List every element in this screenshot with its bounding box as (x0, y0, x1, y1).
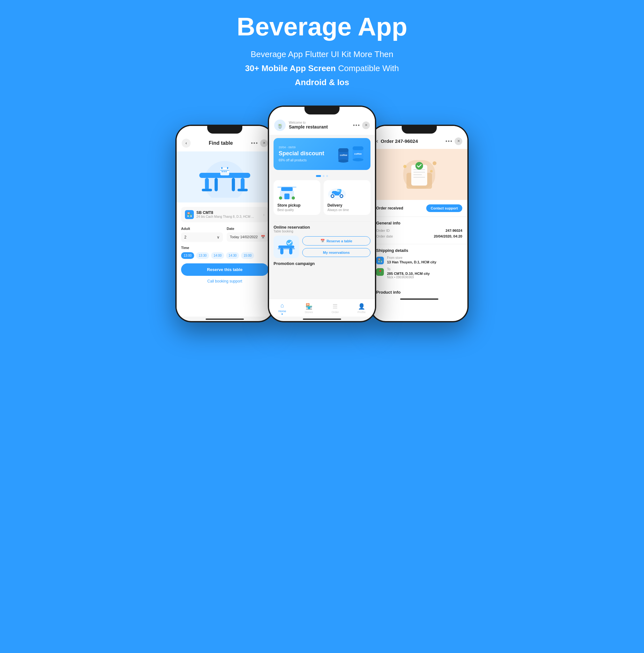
banner-title: Special discount (279, 150, 324, 157)
svg-rect-12 (222, 171, 223, 172)
notch-right (402, 125, 437, 134)
order-close-btn[interactable]: ✕ (455, 138, 462, 145)
left-phone: ‹ Find table ••• ✕ (175, 125, 274, 322)
banner-date: 20/04 - 06/09 (279, 146, 324, 149)
more-icon[interactable]: ••• (353, 122, 360, 128)
find-table-title: Find table (209, 140, 233, 146)
banner-text: 20/04 - 06/09 Special discount 69% off a… (279, 146, 324, 162)
stores-icon: 🏪 (305, 303, 313, 310)
reservation-section: Online reservation Table booking (269, 225, 375, 258)
more-options-icon[interactable]: ••• (251, 140, 258, 146)
svg-point-52 (432, 161, 437, 165)
time-slot-1430[interactable]: 14:30 (226, 252, 239, 259)
store-pickup-card[interactable]: Store pickup Best quality (274, 180, 320, 215)
svg-point-50 (403, 165, 406, 168)
order-id-label: Order ID (376, 228, 390, 233)
nav-stores-label: Stores (305, 311, 313, 314)
nav-active-dot (281, 313, 283, 315)
center-phone: 🍵 Welcome to Sample restaurant ••• ✕ 20/… (268, 105, 376, 322)
categories-grid: Store pickup Best quality (274, 180, 370, 215)
categories-section: Store pickup Best quality (269, 180, 375, 215)
nav-profile-label: Profile (357, 311, 366, 314)
header-actions: ••• ✕ (251, 139, 268, 147)
svg-rect-4 (232, 178, 235, 191)
svg-rect-37 (278, 245, 294, 248)
back-chevron-icon[interactable]: ‹ (376, 138, 378, 144)
reserve-table-button[interactable]: Reserve this table (181, 263, 268, 276)
coffee-cups-svg: coffee coffee (337, 142, 365, 166)
reservation-illustration (274, 236, 299, 258)
welcome-text: Welcome to Sample restaurant (289, 121, 353, 129)
svg-rect-5 (241, 178, 245, 190)
close-button[interactable]: ✕ (260, 139, 268, 147)
adult-select[interactable]: 2 ∨ (181, 233, 223, 242)
center-close-btn[interactable]: ✕ (362, 121, 370, 129)
notch-center (304, 105, 340, 115)
time-slot-1330[interactable]: 13:30 (196, 252, 209, 259)
center-header-actions: ••• ✕ (353, 121, 370, 129)
nav-stores[interactable]: 🏪 Stores (305, 303, 313, 314)
status-row: Order received Contact support (376, 204, 462, 212)
to-text: To 285 CMT8, D.10, HCM city Nick • 09696… (387, 267, 462, 279)
to-contact: Nick • 0969696969 (387, 275, 462, 279)
reserve-table-btn[interactable]: 📅 Reserve a table (302, 236, 370, 245)
profile-icon: 👤 (358, 303, 365, 310)
svg-rect-7 (238, 189, 248, 191)
reservation-title: Online reservation (274, 225, 370, 229)
right-screen: ‹ Order 247-96024 ••• ✕ (371, 126, 467, 321)
bottom-nav: ⌂ Home 🏪 Stores ☰ Order 👤 Profile (269, 299, 375, 317)
welcome-to-label: Welcome to (289, 121, 353, 124)
order-id-row: Order ID 247-96024 (376, 228, 462, 233)
nav-profile[interactable]: 👤 Profile (357, 303, 366, 314)
shipping-title: Shipping details (376, 248, 462, 253)
call-support-link[interactable]: Call booking support (181, 279, 268, 284)
right-header-actions: ••• ✕ (445, 138, 462, 145)
delivery-sub: Always on time (327, 208, 349, 212)
to-row: 📍 To 285 CMT8, D.10, HCM city Nick • 096… (376, 267, 462, 279)
order-date-label: Order date (376, 234, 393, 238)
my-reservations-btn[interactable]: My reservations (302, 248, 370, 257)
to-location-icon: 📍 (376, 268, 384, 276)
from-store-value: 13 Han Thuyen, D.1, HCM city (387, 260, 462, 264)
time-slots: 13:00 13:30 14:00 14:30 15:00 (181, 252, 268, 259)
center-screen: 🍵 Welcome to Sample restaurant ••• ✕ 20/… (269, 107, 375, 321)
svg-rect-14 (225, 171, 227, 172)
date-select[interactable]: Today 14/02/2022 📅 (227, 233, 268, 242)
svg-point-27 (292, 196, 295, 200)
nav-order[interactable]: ☰ Order (331, 303, 339, 314)
order-status-label: Order received (376, 206, 403, 211)
time-slot-1300[interactable]: 13:00 (181, 252, 194, 259)
table-svg (193, 156, 257, 198)
dot-1[interactable] (316, 175, 321, 177)
contact-support-button[interactable]: Contact support (426, 204, 462, 212)
order-svg (397, 154, 442, 195)
svg-point-51 (430, 170, 432, 172)
svg-rect-25 (284, 194, 290, 199)
back-button[interactable]: ‹ (182, 139, 191, 148)
restaurant-row[interactable]: 🏪 SB CMT8 24 bis Cach Mang Thang 8, D.3,… (181, 207, 268, 222)
time-slot-1500[interactable]: 15:00 (241, 252, 254, 259)
adult-group: Adult 2 ∨ (181, 227, 223, 242)
order-status-section: Order received Contact support (371, 200, 467, 217)
delivery-card[interactable]: Delivery Always on time (324, 180, 370, 215)
promotion-section: Promotion campaign (269, 258, 375, 266)
dot-2[interactable] (323, 175, 325, 177)
to-value: 285 CMT8, D.10, HCM city (387, 272, 462, 275)
restaurant-info: 🏪 SB CMT8 24 bis Cach Mang Thang 8, D.3,… (185, 210, 254, 219)
order-more-icon[interactable]: ••• (445, 138, 453, 144)
time-label: Time (181, 246, 268, 250)
order-id-value: 247-96024 (445, 228, 462, 233)
promotion-title: Promotion campaign (274, 261, 370, 266)
svg-point-34 (331, 195, 333, 197)
restaurant-details: SB CMT8 24 bis Cach Mang Thang 8, D.3, H… (196, 211, 254, 218)
right-phone: ‹ Order 247-96024 ••• ✕ (370, 125, 469, 322)
nav-home[interactable]: ⌂ Home (278, 302, 286, 315)
chevron-right-icon: › (263, 212, 265, 217)
dot-3[interactable] (326, 175, 328, 177)
order-date-row: Order date 20/04/2020, 04:20 (376, 234, 462, 238)
banner-subtitle: 69% off all products (279, 159, 324, 162)
to-label: To (387, 267, 462, 271)
time-slot-1400[interactable]: 14:00 (211, 252, 224, 259)
store-pickup-name: Store pickup (277, 203, 301, 208)
reservation-sub: Table booking (274, 229, 370, 233)
